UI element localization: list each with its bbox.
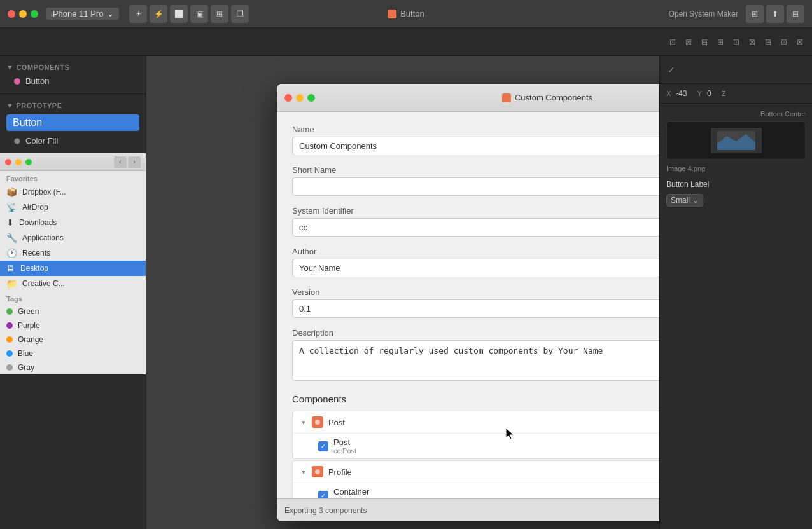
finder-tag-gray[interactable]: Gray [0,361,146,374]
short-name-input[interactable] [292,177,659,196]
align-icon-3[interactable]: ⊟ [697,35,711,49]
align-icon-1[interactable]: ⊡ [666,35,680,49]
align-icon-2[interactable]: ⊠ [682,35,696,49]
desktop-icon: 🖥 [6,263,15,273]
align-icon-4[interactable]: ⊞ [713,35,727,49]
container-item-name: Container [333,487,659,497]
finder-close-dot[interactable] [5,159,11,165]
modal-maximize-dot[interactable] [307,94,315,102]
finder-item-creative[interactable]: 📁 Creative C... [0,276,146,291]
finder-forward-button[interactable]: › [128,156,141,168]
size-chevron-icon: ⌄ [692,196,699,205]
description-label: Description [292,328,659,338]
prototype-section-header[interactable]: ▼ PROTOTYPE [0,99,146,112]
prototype-button-active[interactable]: Button [6,114,139,131]
align-icon-5[interactable]: ⊡ [729,35,743,49]
description-section: Description A collection of regularly us… [292,328,659,383]
modal-window-controls [284,94,315,102]
upload-icon[interactable]: ⬆ [766,5,784,23]
finder-desktop-label: Desktop [20,264,48,273]
components-section-modal: Components ▼ Post [292,394,659,498]
system-id-input[interactable] [292,218,659,237]
layout-icon[interactable]: ⬜ [170,5,188,23]
column-view-icon[interactable]: ⊟ [787,5,804,23]
coordinate-section: X -43 Y 0 Z [660,84,812,104]
tag-orange-label: Orange [18,335,43,344]
finder-item-airdrop[interactable]: 📡 AirDrop [0,200,146,215]
finder-applications-label: Applications [22,233,64,242]
version-input[interactable] [292,299,659,318]
align-icon-8[interactable]: ⊡ [777,35,791,49]
finder-item-downloads[interactable]: ⬇ Downloads [0,215,146,230]
container-checkbox[interactable]: ✓ [318,491,328,499]
finder-item-dropbox[interactable]: 📦 Dropbox (F... [0,184,146,200]
components-header: Components [292,394,659,404]
button-component-label: Button [25,76,50,86]
button-label-text: Button Label [666,180,709,189]
align-icon-7[interactable]: ⊟ [761,35,775,49]
post-group-triangle-icon: ▼ [300,419,307,426]
finder-minimize-dot[interactable] [15,159,22,165]
right-panel-content: Bottom Center Image 4.png Button Label [660,104,812,529]
right-icon-bar: ⊡ ⊠ ⊟ ⊞ ⊡ ⊠ ⊟ ⊡ ⊠ [666,35,807,49]
post-item-id: cc.Post [333,447,659,455]
lightning-icon[interactable]: ⚡ [150,5,167,23]
airdrop-icon: 📡 [6,202,17,212]
device-selector[interactable]: iPhone 11 Pro ⌄ [46,8,119,20]
right-panel: ✓ X -43 Y 0 Z Bottom Center [659,56,812,529]
profile-group-header[interactable]: ▼ Profile [293,461,659,483]
sidebar-item-color-fill[interactable]: Color Fill [0,134,146,148]
size-selector[interactable]: Small ⌄ [666,194,703,207]
maximize-dot[interactable] [31,10,38,18]
color-fill-dot [14,138,20,144]
title-bar-tools: Open System Maker ⊞ ⬆ ⊟ [669,5,804,23]
finder-tag-green[interactable]: Green [0,305,146,319]
finder-tag-orange[interactable]: Orange [0,333,146,347]
modal-title-label: Custom Components [515,93,592,102]
name-input[interactable] [292,137,659,155]
prototype-triangle-icon: ▼ [6,102,13,109]
finder-back-button[interactable]: ‹ [114,156,127,168]
sidebar-item-button-component[interactable]: Button [0,74,146,88]
post-group-icon [312,416,323,428]
tag-green-dot [6,308,13,315]
finder-item-desktop[interactable]: 🖥 Desktop [0,261,146,276]
components-section: ▼ COMPONENTS Button [0,56,146,93]
finder-tag-purple[interactable]: Purple [0,319,146,333]
svg-point-15 [315,469,320,474]
description-textarea[interactable]: A collection of regularly used custom co… [292,340,659,381]
add-button[interactable]: + [129,5,147,23]
name-field-section: Name [292,125,659,155]
finder-tag-blue[interactable]: Blue [0,347,146,361]
title-icon [388,10,396,18]
layout2-icon[interactable]: ▣ [190,5,208,23]
finder-item-applications[interactable]: 🔧 Applications [0,230,146,245]
components-section-header[interactable]: ▼ COMPONENTS [0,61,146,74]
finder-maximize-dot[interactable] [25,159,32,165]
post-checkbox[interactable]: ✓ [318,441,328,451]
align-icon-6[interactable]: ⊠ [745,35,759,49]
align-icon-9[interactable]: ⊠ [793,35,807,49]
author-input[interactable] [292,259,659,277]
short-name-section: Short Name [292,165,659,196]
author-section: Author [292,247,659,277]
name-field-label: Name [292,125,659,134]
post-group-header[interactable]: ▼ Post [293,411,659,433]
copy-icon[interactable]: ❐ [231,5,249,23]
minimize-dot[interactable] [19,10,27,18]
post-component-item: ✓ Post cc.Post Content [293,433,659,458]
modal-close-dot[interactable] [284,94,292,102]
prototype-button-item[interactable]: Button [0,112,146,134]
container-checkmark-icon: ✓ [321,492,326,498]
modal-title-icon [502,93,511,102]
image-preview-inner [711,128,762,153]
close-dot[interactable] [8,10,15,18]
layout3-icon[interactable]: ⊞ [211,5,228,23]
finder-downloads-label: Downloads [19,218,57,227]
grid-view-icon[interactable]: ⊞ [746,5,764,23]
dropbox-icon: 📦 [6,187,17,197]
finder-tags-label: Tags [0,291,146,305]
finder-item-recents[interactable]: 🕐 Recents [0,245,146,261]
modal-minimize-dot[interactable] [296,94,304,102]
open-system-label[interactable]: Open System Maker [669,10,738,18]
